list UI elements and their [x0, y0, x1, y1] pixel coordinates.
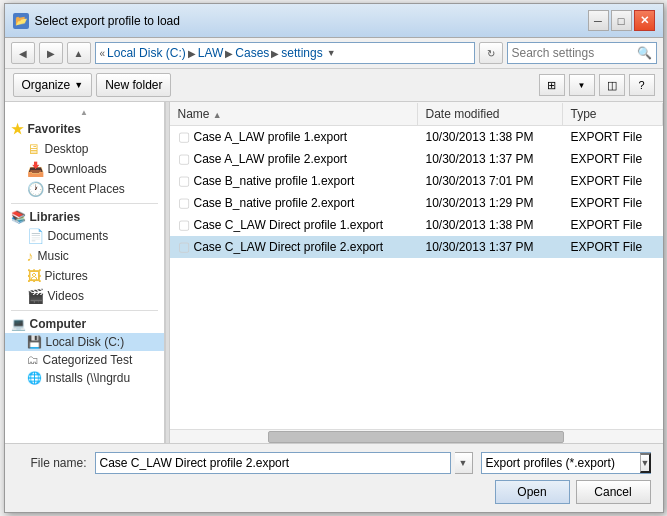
sidebar-divider-1: [11, 203, 158, 204]
table-row[interactable]: ▢ Case B_native profile 1.export 10/30/2…: [170, 170, 663, 192]
star-icon: ★: [11, 121, 24, 137]
path-dropdown-button[interactable]: ▼: [325, 48, 338, 58]
file-icon: ▢: [178, 173, 190, 188]
file-list-container: Name ▲ Date modified Type ▢ Case A_LAW p…: [170, 102, 663, 443]
column-header-date[interactable]: Date modified: [418, 103, 563, 125]
sidebar-computer-label: Computer: [30, 317, 87, 331]
sidebar-item-downloads[interactable]: 📥 Downloads: [5, 159, 164, 179]
sidebar-music-label: Music: [38, 249, 69, 263]
new-folder-button[interactable]: New folder: [96, 73, 171, 97]
desktop-icon: 🖥: [27, 141, 41, 157]
table-row[interactable]: ▢ Case C_LAW Direct profile 2.export 10/…: [170, 236, 663, 258]
title-bar: 📂 Select export profile to load ─ □ ✕: [5, 4, 663, 38]
new-folder-label: New folder: [105, 78, 162, 92]
file-name-cell: ▢ Case B_native profile 2.export: [170, 195, 418, 210]
column-header-name[interactable]: Name ▲: [170, 103, 418, 125]
chevron-right-icon-2: ▶: [225, 48, 233, 59]
path-segment-2[interactable]: LAW: [198, 46, 224, 60]
sidebar-section-libraries: 📚 Libraries 📄 Documents ♪ Music 🖼 Pictur…: [5, 208, 164, 306]
preview-button[interactable]: ◫: [599, 74, 625, 96]
maximize-button[interactable]: □: [611, 10, 632, 31]
file-icon: ▢: [178, 129, 190, 144]
file-name-text: Case C_LAW Direct profile 2.export: [194, 240, 384, 254]
search-input[interactable]: [512, 46, 637, 60]
bottom-bar: File name: ▼ ▼ Open Cancel: [5, 443, 663, 512]
sidebar-item-pictures[interactable]: 🖼 Pictures: [5, 266, 164, 286]
table-row[interactable]: ▢ Case A_LAW profile 2.export 10/30/2013…: [170, 148, 663, 170]
file-icon: ▢: [178, 239, 190, 254]
help-button[interactable]: ?: [629, 74, 655, 96]
file-type-cell: EXPORT File: [563, 174, 663, 188]
col-type-label: Type: [571, 107, 597, 121]
sidebar-pictures-label: Pictures: [45, 269, 88, 283]
content-area: ▲ ★ Favorites 🖥 Desktop 📥 Downloads 🕐 R: [5, 102, 663, 443]
file-date-cell: 10/30/2013 1:38 PM: [418, 130, 563, 144]
organize-button[interactable]: Organize ▼: [13, 73, 93, 97]
file-type-cell: EXPORT File: [563, 196, 663, 210]
sidebar-item-music[interactable]: ♪ Music: [5, 246, 164, 266]
file-type-cell: EXPORT File: [563, 218, 663, 232]
filename-input[interactable]: [95, 452, 451, 474]
path-segment-3[interactable]: Cases: [235, 46, 269, 60]
sidebar-libraries-label: Libraries: [30, 210, 81, 224]
cancel-button[interactable]: Cancel: [576, 480, 651, 504]
view-dropdown-button[interactable]: ▼: [569, 74, 595, 96]
title-bar-left: 📂 Select export profile to load: [13, 13, 180, 29]
search-box[interactable]: 🔍: [507, 42, 657, 64]
sidebar-favorites-label: Favorites: [28, 122, 81, 136]
path-segment-4[interactable]: settings: [281, 46, 322, 60]
sidebar-documents-label: Documents: [48, 229, 109, 243]
toolbar: Organize ▼ New folder ⊞ ▼ ◫ ?: [5, 69, 663, 102]
sidebar-item-desktop[interactable]: 🖥 Desktop: [5, 139, 164, 159]
sidebar-computer-header[interactable]: 💻 Computer: [5, 315, 164, 333]
col-date-label: Date modified: [426, 107, 500, 121]
sidebar-item-local-disk[interactable]: 💾 Local Disk (C:): [5, 333, 164, 351]
file-icon: ▢: [178, 151, 190, 166]
sidebar-item-categorized-test[interactable]: 🗂 Categorized Test: [5, 351, 164, 369]
file-date-cell: 10/30/2013 7:01 PM: [418, 174, 563, 188]
refresh-button[interactable]: ↻: [479, 42, 503, 64]
filetype-input[interactable]: [482, 456, 640, 470]
sidebar-item-recent-places[interactable]: 🕐 Recent Places: [5, 179, 164, 199]
view-toggle-button[interactable]: ⊞: [539, 74, 565, 96]
back-button[interactable]: ◀: [11, 42, 35, 64]
hscroll-track[interactable]: [170, 430, 663, 443]
filetype-dropdown-button[interactable]: ▼: [640, 453, 652, 473]
sidebar-categorized-label: Categorized Test: [43, 353, 133, 367]
sidebar-item-videos[interactable]: 🎬 Videos: [5, 286, 164, 306]
sidebar-section-favorites: ★ Favorites 🖥 Desktop 📥 Downloads 🕐 Rece…: [5, 119, 164, 199]
file-name-text: Case B_native profile 2.export: [194, 196, 355, 210]
table-row[interactable]: ▢ Case C_LAW Direct profile 1.export 10/…: [170, 214, 663, 236]
sidebar-libraries-header[interactable]: 📚 Libraries: [5, 208, 164, 226]
forward-button[interactable]: ▶: [39, 42, 63, 64]
address-path[interactable]: « Local Disk (C:) ▶ LAW ▶ Cases ▶ settin…: [95, 42, 475, 64]
table-row[interactable]: ▢ Case B_native profile 2.export 10/30/2…: [170, 192, 663, 214]
search-icon[interactable]: 🔍: [637, 46, 652, 60]
pictures-icon: 🖼: [27, 268, 41, 284]
close-button[interactable]: ✕: [634, 10, 655, 31]
path-segment-1[interactable]: Local Disk (C:): [107, 46, 186, 60]
file-date-cell: 10/30/2013 1:37 PM: [418, 240, 563, 254]
file-type-cell: EXPORT File: [563, 130, 663, 144]
up-button[interactable]: ▲: [67, 42, 91, 64]
hscroll-thumb[interactable]: [268, 431, 564, 443]
downloads-icon: 📥: [27, 161, 44, 177]
file-date-cell: 10/30/2013 1:29 PM: [418, 196, 563, 210]
sidebar-item-installs[interactable]: 🌐 Installs (\\lngrdu: [5, 369, 164, 387]
file-name-text: Case B_native profile 1.export: [194, 174, 355, 188]
table-row[interactable]: ▢ Case A_LAW profile 1.export 10/30/2013…: [170, 126, 663, 148]
sidebar-scroll-up: ▲: [5, 106, 164, 119]
horizontal-scrollbar[interactable]: [170, 429, 663, 443]
organize-label: Organize: [22, 78, 71, 92]
sidebar-favorites-header[interactable]: ★ Favorites: [5, 119, 164, 139]
column-header-type[interactable]: Type: [563, 103, 663, 125]
sidebar-item-documents[interactable]: 📄 Documents: [5, 226, 164, 246]
computer-icon: 💻: [11, 317, 26, 331]
open-button[interactable]: Open: [495, 480, 570, 504]
installs-icon: 🌐: [27, 371, 42, 385]
filename-dropdown-button[interactable]: ▼: [455, 452, 473, 474]
videos-icon: 🎬: [27, 288, 44, 304]
minimize-button[interactable]: ─: [588, 10, 609, 31]
filetype-select[interactable]: ▼: [481, 452, 651, 474]
address-bar: ◀ ▶ ▲ « Local Disk (C:) ▶ LAW ▶ Cases ▶ …: [5, 38, 663, 69]
